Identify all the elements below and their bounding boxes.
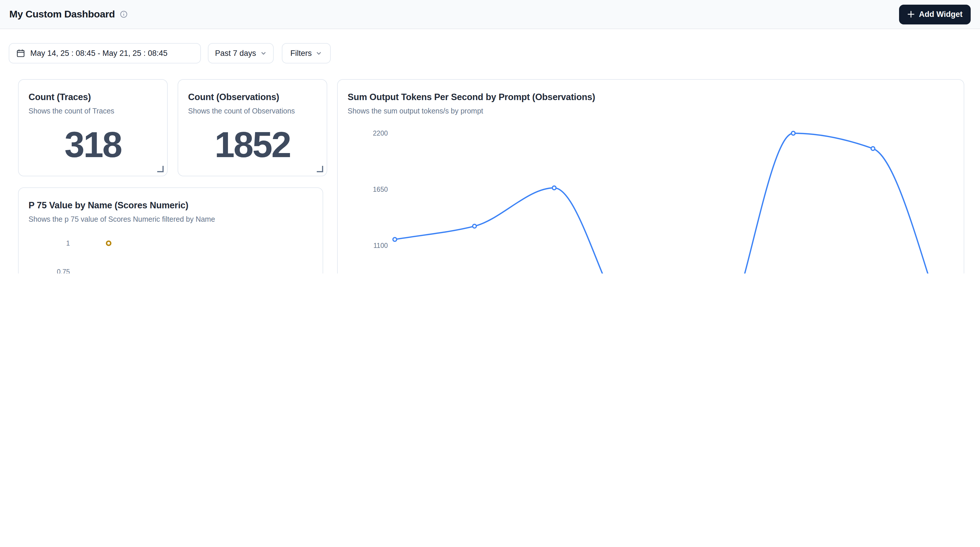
calendar-icon xyxy=(16,49,25,58)
widget-card-count-traces: Count (Traces) Shows the count of Traces… xyxy=(18,79,168,176)
svg-text:1: 1 xyxy=(66,239,70,247)
widget-card-p75-scores: P 75 Value by Name (Scores Numeric) Show… xyxy=(18,187,323,274)
widget-card-count-observations: Count (Observations) Shows the count of … xyxy=(178,79,327,176)
widget-title: Count (Observations) xyxy=(188,92,327,102)
line-chart-p75: 00.250.50.7515/17/25, 02:00 AM5/21/25, 0… xyxy=(19,188,323,274)
chevron-down-icon xyxy=(316,50,322,56)
plus-icon xyxy=(907,11,915,18)
filters-dropdown[interactable]: Filters xyxy=(282,43,331,63)
time-preset-dropdown[interactable]: Past 7 days xyxy=(208,43,274,63)
widget-subtitle: Shows the count of Traces xyxy=(29,107,157,115)
resize-handle-icon[interactable] xyxy=(157,166,164,172)
page-title: My Custom Dashboard xyxy=(9,8,115,20)
add-widget-label: Add Widget xyxy=(919,10,963,19)
add-widget-button[interactable]: Add Widget xyxy=(899,4,971,24)
big-number-value: 318 xyxy=(19,124,167,165)
widget-card-tokens-per-second: Sum Output Tokens Per Second by Prompt (… xyxy=(337,79,964,274)
date-range-picker[interactable]: May 14, 25 : 08:45 - May 21, 25 : 08:45 xyxy=(9,43,201,63)
svg-text:0.75: 0.75 xyxy=(57,268,70,274)
widget-title: Count (Traces) xyxy=(29,92,167,102)
date-range-value: May 14, 25 : 08:45 - May 21, 25 : 08:45 xyxy=(30,49,167,58)
widget-subtitle: Shows the count of Observations xyxy=(188,107,317,115)
svg-text:1100: 1100 xyxy=(374,242,388,249)
filters-label: Filters xyxy=(290,49,312,58)
page-header: My Custom Dashboard Add Widget xyxy=(0,0,980,29)
time-preset-value: Past 7 days xyxy=(215,49,256,58)
svg-text:2200: 2200 xyxy=(373,130,388,137)
big-number-value: 1852 xyxy=(178,124,327,165)
line-chart-tokens: 05501100165022005/15/25, 02:00 AM5/17/25… xyxy=(338,80,964,274)
resize-handle-icon[interactable] xyxy=(317,166,323,172)
svg-text:1650: 1650 xyxy=(373,186,388,193)
chevron-down-icon xyxy=(260,50,267,56)
info-icon[interactable] xyxy=(120,11,128,18)
dashboard-page: My Custom Dashboard Add Widget May 14, 2… xyxy=(0,0,980,274)
